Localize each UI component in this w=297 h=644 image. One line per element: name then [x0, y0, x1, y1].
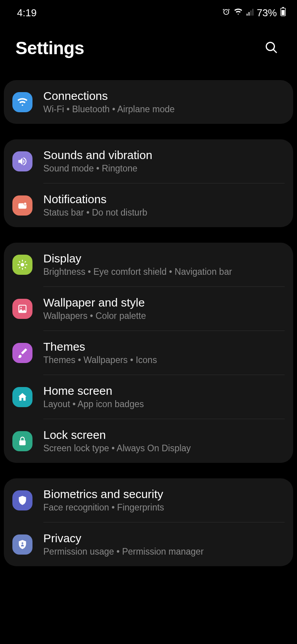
settings-item-connections[interactable]: ConnectionsWi-Fi • Bluetooth • Airplane …	[4, 80, 293, 124]
settings-group: ConnectionsWi-Fi • Bluetooth • Airplane …	[4, 80, 293, 124]
battery-icon	[280, 7, 286, 19]
svg-rect-2	[251, 10, 252, 15]
status-bar: 4:19 73%	[0, 0, 297, 23]
item-text: DisplayBrightness • Eye comfort shield •…	[43, 252, 285, 277]
item-subtitle: Screen lock type • Always On Display	[43, 443, 285, 454]
item-subtitle: Wi-Fi • Bluetooth • Airplane mode	[43, 104, 285, 115]
svg-line-19	[25, 261, 26, 262]
privacy-icon	[12, 534, 32, 555]
settings-item-display[interactable]: DisplayBrightness • Eye comfort shield •…	[4, 243, 293, 286]
item-title: Home screen	[43, 384, 285, 397]
item-subtitle: Sound mode • Ringtone	[43, 163, 285, 174]
item-title: Biometrics and security	[43, 488, 285, 501]
item-subtitle: Themes • Wallpapers • Icons	[43, 355, 285, 365]
item-title: Wallpaper and style	[43, 296, 285, 309]
svg-line-16	[19, 261, 20, 262]
item-text: ThemesThemes • Wallpapers • Icons	[43, 340, 285, 365]
item-title: Connections	[43, 89, 285, 103]
notif-icon	[12, 195, 32, 216]
status-time: 4:19	[17, 7, 37, 19]
settings-item-themes[interactable]: ThemesThemes • Wallpapers • Icons	[4, 331, 293, 375]
item-text: NotificationsStatus bar • Do not disturb	[43, 193, 285, 218]
item-title: Themes	[43, 340, 285, 353]
sound-icon	[12, 151, 32, 171]
svg-line-18	[19, 267, 20, 268]
alarm-icon	[222, 7, 230, 19]
settings-item-wallpaper[interactable]: Wallpaper and styleWallpapers • Color pa…	[4, 287, 293, 331]
settings-header: Settings	[0, 23, 297, 80]
item-text: PrivacyPermission usage • Permission man…	[43, 532, 285, 557]
settings-item-homescreen[interactable]: Home screenLayout • App icon badges	[4, 375, 293, 419]
search-button[interactable]	[261, 38, 282, 58]
svg-point-23	[22, 542, 24, 544]
shield-icon	[12, 490, 32, 510]
settings-group: Sounds and vibrationSound mode • Rington…	[4, 139, 293, 227]
settings-item-biometrics[interactable]: Biometrics and securityFace recognition …	[4, 478, 293, 522]
svg-rect-0	[247, 14, 248, 15]
svg-line-8	[273, 49, 277, 53]
lock-icon	[12, 431, 32, 451]
settings-item-privacy[interactable]: PrivacyPermission usage • Permission man…	[4, 522, 293, 566]
item-text: ConnectionsWi-Fi • Bluetooth • Airplane …	[43, 89, 285, 115]
item-text: Home screenLayout • App icon badges	[43, 384, 285, 409]
item-text: Lock screenScreen lock type • Always On …	[43, 428, 285, 454]
svg-rect-1	[249, 12, 250, 15]
item-text: Biometrics and securityFace recognition …	[43, 488, 285, 513]
svg-rect-3	[253, 9, 254, 16]
wifi-icon	[12, 92, 32, 112]
item-subtitle: Layout • App icon badges	[43, 399, 285, 409]
svg-line-17	[25, 267, 26, 268]
settings-group: Biometrics and securityFace recognition …	[4, 478, 293, 566]
settings-group: DisplayBrightness • Eye comfort shield •…	[4, 243, 293, 463]
page-title: Settings	[15, 38, 84, 58]
brush-icon	[12, 343, 32, 363]
item-title: Display	[43, 252, 285, 265]
svg-point-21	[20, 307, 22, 308]
item-subtitle: Status bar • Do not disturb	[43, 207, 285, 218]
item-title: Lock screen	[43, 428, 285, 442]
battery-percent: 73%	[257, 7, 277, 19]
item-subtitle: Face recognition • Fingerprints	[43, 502, 285, 513]
status-right: 73%	[222, 7, 286, 19]
home-icon	[12, 387, 32, 407]
item-subtitle: Permission usage • Permission manager	[43, 546, 285, 557]
signal-icon	[246, 7, 254, 19]
item-title: Notifications	[43, 193, 285, 206]
svg-rect-6	[282, 7, 284, 8]
search-icon	[265, 41, 278, 56]
brightness-icon	[12, 255, 32, 275]
wifi-icon	[234, 7, 243, 19]
item-subtitle: Brightness • Eye comfort shield • Naviga…	[43, 267, 285, 277]
svg-point-7	[266, 42, 275, 50]
settings-item-sounds[interactable]: Sounds and vibrationSound mode • Rington…	[4, 139, 293, 183]
svg-rect-22	[19, 440, 26, 445]
settings-item-notifications[interactable]: NotificationsStatus bar • Do not disturb	[4, 183, 293, 227]
item-title: Sounds and vibration	[43, 149, 285, 162]
svg-rect-5	[282, 10, 285, 15]
settings-item-lockscreen[interactable]: Lock screenScreen lock type • Always On …	[4, 419, 293, 463]
item-title: Privacy	[43, 532, 285, 545]
svg-point-10	[24, 202, 27, 205]
image-icon	[12, 299, 32, 319]
item-subtitle: Wallpapers • Color palette	[43, 311, 285, 321]
svg-point-11	[20, 263, 24, 266]
item-text: Sounds and vibrationSound mode • Rington…	[43, 149, 285, 174]
item-text: Wallpaper and styleWallpapers • Color pa…	[43, 296, 285, 321]
